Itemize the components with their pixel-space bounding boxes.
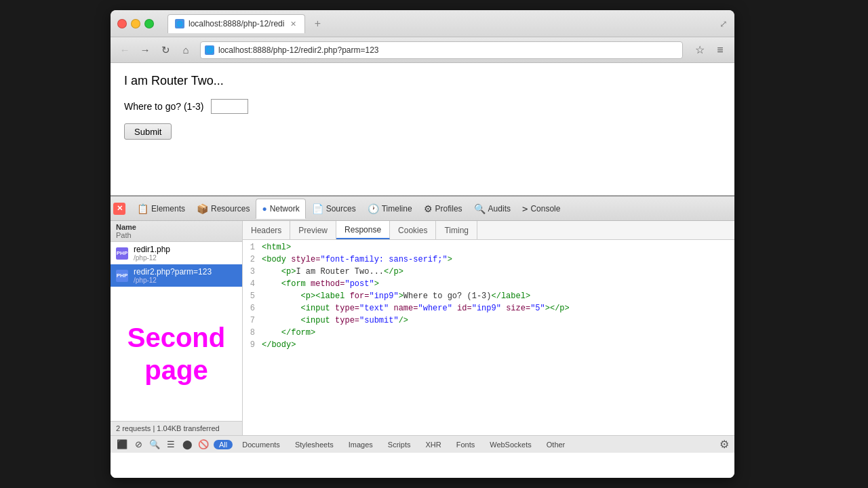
tab-elements[interactable]: 📋 Elements [132,199,191,219]
address-bar[interactable] [200,41,683,59]
record-icon[interactable]: ⬤ [181,439,193,451]
code-line: 2 <body style="font-family: sans-serif;"… [243,255,734,267]
tab-close-icon[interactable]: ✕ [288,19,298,28]
new-tab-button[interactable]: + [309,16,326,32]
tab-resources-label: Resources [211,204,250,214]
console-icon: > [522,203,528,214]
code-line: 6 <input type="text" name="where" id="in… [243,304,734,316]
bookmark-button[interactable]: ☆ [691,41,709,59]
timeline-icon: 🕐 [368,203,379,214]
forward-button[interactable]: → [136,41,154,59]
submit-button[interactable] [124,123,172,140]
tab-network-label: Network [270,204,300,214]
tab-console-label: Console [530,204,560,214]
audits-icon: 🔍 [474,203,486,214]
filter-other[interactable]: Other [541,440,571,449]
files-header: Name Path [111,221,242,242]
where-label: Where to go? (1-3) [124,101,204,112]
expand-button[interactable]: ⤢ [719,18,728,29]
file-name-selected: redir2.php?parm=123 [134,267,212,277]
browser-window: 🌐 localhost:8888/php-12/redi ✕ + ⤢ ← → ↻… [111,10,734,478]
home-button[interactable]: ⌂ [177,41,195,59]
name-column-header: Name [116,223,237,231]
address-favicon [205,45,214,55]
tab-favicon: 🌐 [175,19,184,28]
nav-bar: ← → ↻ ⌂ ☆ ≡ [111,37,734,63]
address-input[interactable] [218,45,678,55]
nav-actions: ☆ ≡ [691,41,729,59]
file-item-redir1[interactable]: PHP redir1.php /php-12 [111,242,242,264]
code-tab-response[interactable]: Response [336,221,390,239]
files-panel: Name Path PHP redir1.php /php-12 PHP [111,221,243,435]
tab-sources[interactable]: 📄 Sources [307,199,361,219]
code-tab-cookies[interactable]: Cookies [390,221,436,239]
tab-resources[interactable]: 📦 Resources [191,199,255,219]
tab-network[interactable]: ● Network [256,199,305,219]
code-line: 5 <p><label for="inp9">Where to go? (1-3… [243,291,734,304]
gear-icon[interactable]: ⚙ [719,438,729,451]
code-tab-headers[interactable]: Headers [243,221,290,239]
file-path-selected: /php-12 [134,277,212,284]
webpage: I am Router Two... Where to go? (1-3) [111,63,734,195]
page-content: I am Router Two... Where to go? (1-3) ✕ … [111,63,734,478]
php-file-icon-selected: PHP [116,270,128,282]
code-tab-timing[interactable]: Timing [436,221,477,239]
tab-profiles[interactable]: ⚙ Profiles [418,199,468,219]
code-panel: Headers Preview Response Cookies Timing … [243,221,734,435]
tab-profiles-label: Profiles [435,204,462,214]
capture-icon[interactable]: ⬛ [116,439,128,451]
path-column-header: Path [116,231,237,239]
network-icon: ● [262,204,267,214]
tab-elements-label: Elements [151,204,185,214]
menu-button[interactable]: ≡ [711,41,729,59]
file-path: /php-12 [134,254,170,262]
filter-websockets[interactable]: WebSockets [484,440,537,449]
clear-icon[interactable]: ⊘ [132,439,144,451]
maximize-button[interactable] [144,19,154,28]
active-tab[interactable]: 🌐 localhost:8888/php-12/redi ✕ [167,14,305,33]
filter-documents[interactable]: Documents [237,440,285,449]
profiles-icon: ⚙ [424,203,433,214]
tab-sources-label: Sources [326,204,356,214]
elements-icon: 📋 [137,203,149,214]
minimize-button[interactable] [131,19,140,28]
window-controls [117,19,154,28]
form-row: Where to go? (1-3) [124,99,721,114]
tab-label: localhost:8888/php-12/redi [189,19,284,28]
code-tab-preview[interactable]: Preview [290,221,336,239]
devtools-close-button[interactable]: ✕ [113,203,125,215]
file-name: redir1.php [134,245,170,254]
code-line: 9 </body> [243,340,734,352]
stop-icon[interactable]: 🚫 [197,439,210,451]
devtools-tabs: ✕ 📋 Elements 📦 Resources ● Network 📄 Sou… [111,197,734,221]
sources-icon: 📄 [312,203,323,214]
filter-fonts[interactable]: Fonts [451,440,481,449]
filter-all[interactable]: All [214,440,233,449]
tab-timeline[interactable]: 🕐 Timeline [362,199,418,219]
filter-xhr[interactable]: XHR [420,440,446,449]
where-input[interactable] [211,99,248,114]
search-icon[interactable]: 🔍 [149,439,161,451]
filter-scripts[interactable]: Scripts [382,440,416,449]
tab-bar: 🌐 localhost:8888/php-12/redi ✕ + [167,14,719,33]
code-line: 7 <input type="submit"/> [243,316,734,328]
filter-stylesheets[interactable]: Stylesheets [290,440,339,449]
tab-audits[interactable]: 🔍 Audits [469,199,516,219]
title-bar: 🌐 localhost:8888/php-12/redi ✕ + ⤢ [111,10,734,37]
file-info: redir1.php /php-12 [134,245,170,262]
filter-images[interactable]: Images [343,440,378,449]
code-line: 8 </form> [243,328,734,340]
resources-icon: 📦 [197,203,208,214]
tab-timeline-label: Timeline [382,204,412,214]
back-button[interactable]: ← [116,41,134,59]
reload-button[interactable]: ↻ [157,41,174,59]
list-icon[interactable]: ☰ [165,439,177,451]
file-item-redir2[interactable]: PHP redir2.php?parm=123 /php-12 [111,264,242,287]
devtools-body: Name Path PHP redir1.php /php-12 PHP [111,221,734,435]
close-button[interactable] [117,19,127,28]
devtools: ✕ 📋 Elements 📦 Resources ● Network 📄 Sou… [111,195,734,453]
php-file-icon: PHP [116,247,128,260]
tab-console[interactable]: > Console [517,199,566,219]
preview-area: Secondpage [111,287,242,421]
tab-audits-label: Audits [488,204,511,214]
